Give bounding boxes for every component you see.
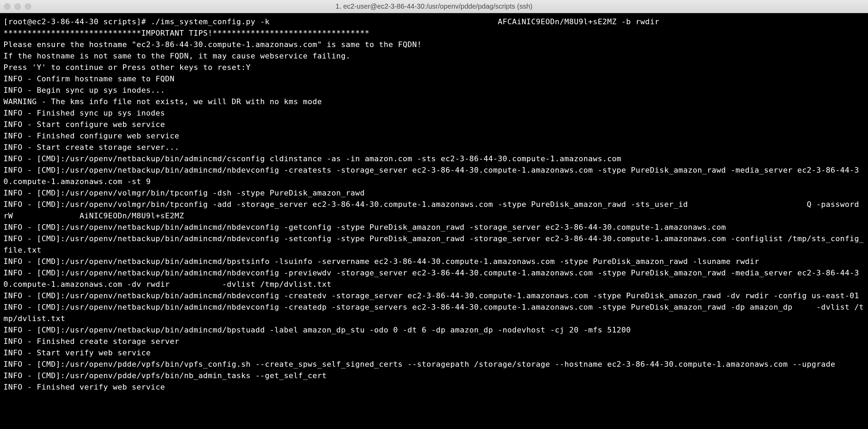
close-button[interactable] [4, 3, 10, 10]
terminal-line: INFO - [CMD]:/usr/openv/volmgr/bin/tpcon… [3, 199, 865, 221]
terminal-line: INFO - [CMD]:/usr/openv/netbackup/bin/ad… [3, 290, 865, 301]
terminal-line: WARNING - The kms info file not exists, … [3, 96, 865, 107]
terminal-line: INFO - Start configure web service [3, 119, 865, 130]
terminal-line: INFO - [CMD]:/usr/openv/pdde/vpfs/bin/nb… [3, 370, 865, 381]
terminal-line: INFO - Begin sync up sys inodes... [3, 84, 865, 96]
terminal-line: INFO - [CMD]:/usr/openv/netbackup/bin/ad… [3, 164, 865, 187]
terminal-line: INFO - Start create storage server... [3, 142, 865, 153]
terminal-line: [root@ec2-3-86-44-30 scripts]# ./ims_sys… [3, 16, 865, 27]
terminal-line: INFO - [CMD]:/usr/openv/netbackup/bin/ad… [3, 324, 865, 336]
terminal-line: INFO - [CMD]:/usr/openv/netbackup/bin/ad… [3, 153, 865, 164]
terminal-line: INFO - [CMD]:/usr/openv/netbackup/bin/ad… [3, 267, 865, 290]
terminal-line: Press 'Y' to continue or Press other key… [3, 62, 865, 73]
terminal-line: *****************************IMPORTANT T… [3, 27, 865, 39]
terminal-line: INFO - Finished verify web service [3, 381, 865, 393]
terminal-window: 1. ec2-user@ec2-3-86-44-30:/usr/openv/pd… [0, 0, 868, 429]
window-titlebar: 1. ec2-user@ec2-3-86-44-30:/usr/openv/pd… [0, 0, 868, 13]
terminal-line: INFO - Start verify web service [3, 347, 865, 358]
terminal-line: INFO - Finished create storage server [3, 336, 865, 347]
window-controls [4, 3, 31, 10]
window-title: 1. ec2-user@ec2-3-86-44-30:/usr/openv/pd… [335, 2, 532, 10]
terminal-line: INFO - [CMD]:/usr/openv/pdde/vpfs/bin/vp… [3, 358, 865, 370]
terminal-line: INFO - Finished configure web service [3, 130, 865, 142]
terminal-line: INFO - Confirm hostname same to FQDN [3, 73, 865, 84]
terminal-line: INFO - [CMD]:/usr/openv/volmgr/bin/tpcon… [3, 187, 865, 199]
terminal-line: INFO - [CMD]:/usr/openv/netbackup/bin/ad… [3, 256, 865, 267]
terminal-output[interactable]: [root@ec2-3-86-44-30 scripts]# ./ims_sys… [0, 13, 868, 429]
maximize-button[interactable] [25, 3, 31, 10]
terminal-line: Please ensure the hostname "ec2-3-86-44-… [3, 39, 865, 50]
terminal-line: If the hostname is not same to the FQDN,… [3, 50, 865, 62]
terminal-line: INFO - [CMD]:/usr/openv/netbackup/bin/ad… [3, 233, 865, 256]
terminal-line: INFO - Finished sync up sys inodes [3, 107, 865, 119]
minimize-button[interactable] [15, 3, 21, 10]
terminal-line: INFO - [CMD]:/usr/openv/netbackup/bin/ad… [3, 301, 865, 324]
terminal-line: INFO - [CMD]:/usr/openv/netbackup/bin/ad… [3, 221, 865, 233]
